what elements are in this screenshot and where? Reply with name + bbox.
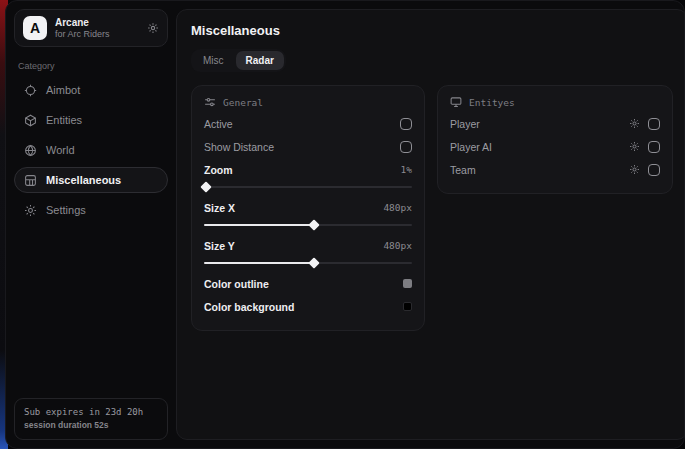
sliders-icon xyxy=(204,96,216,108)
app-meta: Arcane for Arc Riders xyxy=(55,17,139,39)
row-team: Team xyxy=(450,158,660,181)
app-name: Arcane xyxy=(55,17,139,29)
sidebar-item-settings[interactable]: Settings xyxy=(14,197,168,223)
tab-bar: Misc Radar xyxy=(191,49,286,72)
sidebar-item-label: Entities xyxy=(46,114,82,126)
zoom-value: 1% xyxy=(401,164,412,175)
sidebar-item-aimbot[interactable]: Aimbot xyxy=(14,77,168,103)
row-player: Player xyxy=(450,112,660,135)
row-show-distance: Show Distance xyxy=(204,135,412,158)
row-label: Team xyxy=(450,164,476,176)
size-y-slider[interactable] xyxy=(204,258,412,268)
slider-thumb[interactable] xyxy=(309,219,320,230)
row-label: Zoom xyxy=(204,164,233,176)
slider-thumb[interactable] xyxy=(309,257,320,268)
row-label: Active xyxy=(204,118,233,130)
session-duration-text: session duration 52s xyxy=(24,419,158,432)
row-size-y: Size Y 480px xyxy=(204,234,412,257)
gear-icon[interactable] xyxy=(629,141,640,152)
slider-fill xyxy=(204,224,314,226)
cube-icon xyxy=(24,114,37,127)
globe-icon xyxy=(24,144,37,157)
row-label: Show Distance xyxy=(204,141,274,153)
row-controls xyxy=(629,118,660,130)
row-player-ai: Player AI xyxy=(450,135,660,158)
color-background-swatch[interactable] xyxy=(403,302,412,311)
row-controls xyxy=(629,141,660,153)
show-distance-checkbox[interactable] xyxy=(400,141,412,153)
gear-icon[interactable] xyxy=(629,164,640,175)
sidebar-item-label: Miscellaneous xyxy=(46,174,121,186)
row-active: Active xyxy=(204,112,412,135)
entities-card: Entityes Player P xyxy=(437,85,673,194)
sidebar-item-miscellaneous[interactable]: Miscellaneous xyxy=(14,167,168,193)
general-card: General Active Show Distance Zoom 1% xyxy=(191,85,425,331)
entities-card-header: Entityes xyxy=(450,96,660,108)
sidebar-nav: Aimbot Entities World xyxy=(14,77,168,223)
cards-row: General Active Show Distance Zoom 1% xyxy=(191,85,673,331)
gear-icon xyxy=(24,204,37,217)
sidebar-item-label: Settings xyxy=(46,204,86,216)
row-label: Color outline xyxy=(204,278,269,290)
sidebar-item-label: Aimbot xyxy=(46,84,80,96)
tab-radar[interactable]: Radar xyxy=(236,51,284,70)
sidebar-item-entities[interactable]: Entities xyxy=(14,107,168,133)
row-color-outline: Color outline xyxy=(204,272,412,295)
sidebar-item-world[interactable]: World xyxy=(14,137,168,163)
page-title: Miscellaneous xyxy=(191,23,673,38)
sidebar: A Arcane for Arc Riders Category xyxy=(6,1,176,448)
sidebar-item-label: World xyxy=(46,144,75,156)
tab-misc[interactable]: Misc xyxy=(193,51,234,70)
player-checkbox[interactable] xyxy=(648,118,660,130)
row-label: Size Y xyxy=(204,240,235,252)
general-card-header: General xyxy=(204,96,412,108)
size-y-value: 480px xyxy=(383,240,412,251)
row-controls xyxy=(629,164,660,176)
app-logo: A xyxy=(23,16,47,40)
row-label: Size X xyxy=(204,202,235,214)
app-window: A Arcane for Arc Riders Category xyxy=(5,0,685,449)
player-ai-checkbox[interactable] xyxy=(648,141,660,153)
app-header-card: A Arcane for Arc Riders xyxy=(14,9,168,47)
slider-fill xyxy=(204,262,314,264)
main-panel: Miscellaneous Misc Radar General Active xyxy=(176,9,685,440)
row-color-background: Color background xyxy=(204,295,412,318)
zoom-slider[interactable] xyxy=(204,182,412,192)
row-label: Color background xyxy=(204,301,294,313)
row-zoom: Zoom 1% xyxy=(204,158,412,181)
crosshair-icon xyxy=(24,84,37,97)
monitor-icon xyxy=(450,96,462,108)
size-x-slider[interactable] xyxy=(204,220,412,230)
grid-icon xyxy=(24,174,37,187)
slider-thumb[interactable] xyxy=(200,181,211,192)
category-label: Category xyxy=(18,61,164,71)
slider-track xyxy=(204,186,412,188)
entities-card-title: Entityes xyxy=(469,97,515,108)
gear-icon[interactable] xyxy=(147,22,159,34)
team-checkbox[interactable] xyxy=(648,164,660,176)
subscription-box: Sub expires in 23d 20h session duration … xyxy=(14,398,168,440)
sidebar-spacer xyxy=(14,223,168,398)
app-subtitle: for Arc Riders xyxy=(55,29,139,39)
size-x-value: 480px xyxy=(383,202,412,213)
general-card-title: General xyxy=(223,97,263,108)
row-label: Player AI xyxy=(450,141,492,153)
color-outline-swatch[interactable] xyxy=(403,279,412,288)
sub-expires-text: Sub expires in 23d 20h xyxy=(24,406,158,420)
gear-icon[interactable] xyxy=(629,118,640,129)
row-size-x: Size X 480px xyxy=(204,196,412,219)
active-checkbox[interactable] xyxy=(400,118,412,130)
row-label: Player xyxy=(450,118,480,130)
